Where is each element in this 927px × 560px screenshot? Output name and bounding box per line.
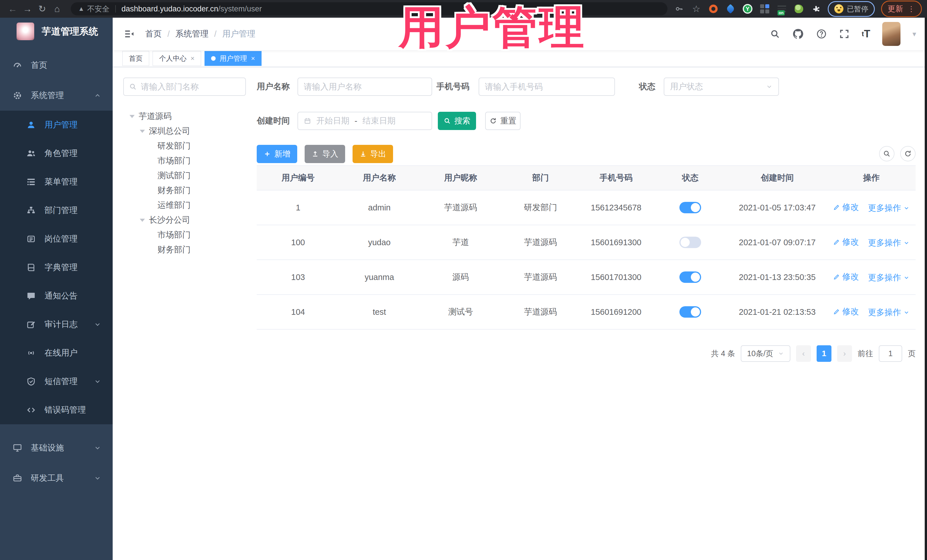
next-page-button[interactable]: › [837,345,852,362]
close-icon[interactable]: × [190,55,195,62]
extensions-puzzle-icon[interactable] [811,3,821,14]
browser-reload-icon[interactable]: ↻ [35,3,50,15]
tree-node[interactable]: 研发部门 [123,138,249,153]
tab-user-management[interactable]: 用户管理 × [205,51,261,66]
tree-node[interactable]: 芋道源码 [123,109,249,124]
reset-button[interactable]: 重置 [485,112,521,130]
import-button[interactable]: 导入 [305,145,345,163]
add-button[interactable]: 新增 [257,145,297,163]
sidebar-item-sms[interactable]: 短信管理 [0,367,112,396]
emoji-avatar [834,4,843,14]
goto-page-input[interactable] [879,345,902,362]
extension-switch-on-icon[interactable]: on [777,3,787,14]
close-icon[interactable]: × [251,55,255,62]
fullscreen-icon[interactable] [839,29,850,39]
sidebar-item-error-codes[interactable]: 错误码管理 [0,396,112,424]
status-select[interactable]: 用户状态 [664,77,779,96]
browser-back-icon[interactable]: ← [5,3,20,15]
edit-button[interactable]: 修改 [833,271,859,282]
mobile-input[interactable] [485,82,609,91]
breadcrumb-system[interactable]: 系统管理 [175,28,208,39]
status-toggle[interactable] [679,202,701,213]
sidebar-item-home[interactable]: 首页 [0,50,112,80]
font-size-icon[interactable]: tT [862,28,870,40]
status-toggle[interactable] [679,272,701,283]
extension-drop-icon[interactable] [725,3,736,14]
browser-scrollbar[interactable] [925,18,927,560]
table-row: 104 test 测试号 芋道源码 15601691200 2021-01-21… [257,294,916,329]
sidebar-item-roles[interactable]: 角色管理 [0,139,112,168]
hamburger-fold-icon[interactable] [123,28,135,39]
tree-node[interactable]: 运维部门 [123,198,249,213]
caret-down-icon[interactable] [140,130,145,133]
tree-node[interactable]: 市场部门 [123,228,249,242]
gear-icon [12,91,22,100]
edit-button[interactable]: 修改 [833,202,859,213]
help-icon[interactable] [816,29,827,39]
page-number-button[interactable]: 1 [817,345,831,362]
bookmark-star-icon[interactable]: ☆ [691,3,702,14]
paused-label: 已暂停 [847,4,868,14]
sidebar-item-system[interactable]: 系统管理 [0,80,112,111]
sidebar-item-dict[interactable]: 字典管理 [0,253,112,282]
sidebar-item-infrastructure[interactable]: 基础设施 [0,433,112,463]
search-button[interactable]: 搜索 [438,112,476,130]
sidebar-item-depts[interactable]: 部门管理 [0,196,112,225]
main-content: 芋道源码 深圳总公司 研发部门 市场部门 测试部门 财务部门 运维部门 长沙分公… [112,67,927,560]
tree-node[interactable]: 长沙分公司 [123,213,249,228]
tree-node[interactable]: 市场部门 [123,153,249,168]
extension-animal-icon[interactable] [793,3,804,14]
tab-profile[interactable]: 个人中心 × [153,51,201,66]
tabs-bar: 首页 个人中心 × 用户管理 × [112,50,927,67]
browser-home-icon[interactable]: ⌂ [50,3,64,15]
tree-node[interactable]: 财务部门 [123,183,249,198]
profile-paused-pill[interactable]: 已暂停 [828,1,875,17]
address-bar[interactable]: ▲ 不安全 dashboard.yudao.iocoder.cn /system… [71,2,667,15]
edit-button[interactable]: 修改 [833,237,859,248]
avatar[interactable] [882,22,900,46]
more-actions-button[interactable]: 更多操作 [868,272,910,284]
caret-down-icon[interactable] [129,115,135,118]
sidebar-item-online-users[interactable]: 在线用户 [0,339,112,367]
sidebar-item-posts[interactable]: 岗位管理 [0,225,112,253]
sidebar-item-audit-log[interactable]: 审计日志 [0,310,112,339]
date-range-picker[interactable]: 开始日期 - 结束日期 [298,112,432,130]
tree-node[interactable]: 测试部门 [123,168,249,183]
table-refresh-button[interactable] [900,146,916,161]
extension-grid-icon[interactable] [759,3,770,14]
logo-row[interactable]: 芋道管理系统 [0,18,112,45]
more-actions-button[interactable]: 更多操作 [868,237,910,249]
prev-page-button[interactable]: ‹ [796,345,811,362]
chrome-menu-icon[interactable]: ⋮ [907,5,915,14]
edit-button[interactable]: 修改 [833,306,859,317]
export-button[interactable]: 导出 [353,145,393,163]
dept-search-input[interactable] [141,82,240,91]
more-actions-button[interactable]: 更多操作 [868,202,910,214]
key-icon[interactable] [674,3,685,14]
date-separator: - [354,116,357,126]
update-button[interactable]: 更新 ⋮ [881,1,922,17]
tree-node[interactable]: 财务部门 [123,242,249,257]
page-size-select[interactable]: 10条/页 [741,345,790,362]
caret-down-icon[interactable] [140,219,145,222]
sidebar-item-menus[interactable]: 菜单管理 [0,168,112,196]
username-field [298,77,432,96]
username-input[interactable] [304,82,426,91]
more-actions-button[interactable]: 更多操作 [868,307,910,318]
sidebar-item-notice[interactable]: 通知公告 [0,282,112,310]
breadcrumb-home[interactable]: 首页 [145,28,162,39]
status-toggle[interactable] [679,306,701,318]
tab-home[interactable]: 首页 [122,51,149,66]
github-icon[interactable] [792,28,804,40]
tree-node[interactable]: 深圳总公司 [123,124,249,138]
sidebar-item-users[interactable]: 用户管理 [0,111,112,139]
status-toggle[interactable] [679,237,701,248]
table-search-toggle-button[interactable] [879,146,895,161]
sidebar-item-dev-tools[interactable]: 研发工具 [0,463,112,493]
search-icon[interactable] [770,29,780,39]
url-host: dashboard.yudao.iocoder.cn [122,5,218,14]
browser-forward-icon[interactable]: → [20,3,35,15]
extension-y-icon[interactable]: Y [742,3,753,14]
extension-ubuntu-icon[interactable] [708,3,719,14]
caret-down-icon[interactable]: ▾ [912,30,916,38]
